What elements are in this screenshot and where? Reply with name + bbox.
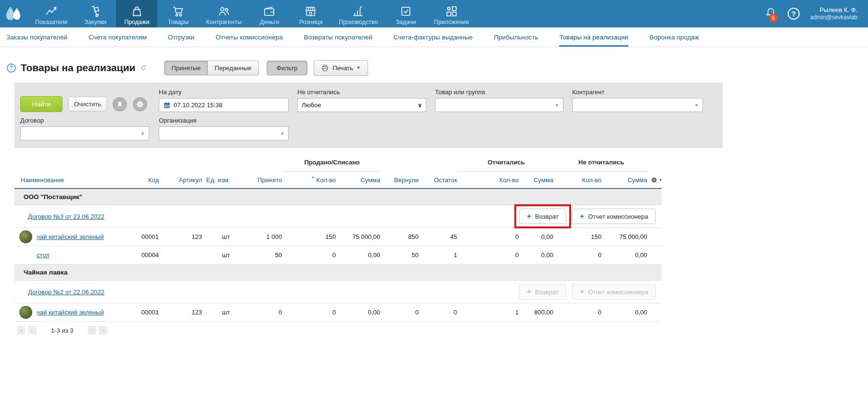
cell-8: 0 [458, 232, 520, 241]
group-header-sold: Продано/Списано [283, 159, 381, 172]
topnav-item-money[interactable]: Деньги [249, 0, 290, 27]
tasks-icon [399, 3, 412, 18]
return-button[interactable]: +Возврат [519, 284, 566, 300]
cell-4: 0 [283, 308, 337, 317]
topnav-item-label: Контрагенты [206, 19, 242, 25]
cell-7: 1 [420, 250, 458, 260]
table-column-header-row: НаименованиеКодАртикулЕд. изм.Принято▼Ко… [14, 172, 662, 189]
contract-link[interactable]: Договор №2 от 22.06.2022 [28, 288, 104, 296]
refresh-icon[interactable] [140, 64, 147, 73]
columns-settings-gear-icon[interactable]: ▼ [648, 177, 666, 183]
column-header-10[interactable]: Сумма [520, 172, 554, 188]
cell-3: 0 [231, 308, 283, 317]
print-caret-icon: ▼ [357, 65, 361, 70]
first-page-icon[interactable]: « [17, 326, 26, 335]
contract-combo[interactable]: ▼ [20, 126, 149, 140]
column-header-7[interactable]: Вернули [381, 172, 420, 188]
filter-button[interactable]: Фильтр [267, 61, 308, 75]
topnav-item-tasks[interactable]: Задачи [385, 0, 426, 27]
user-menu[interactable]: Рылеев К. Ф. admin@sevkavlab [810, 6, 857, 21]
topnav-item-purchases[interactable]: Закупки [75, 0, 116, 27]
column-header-0[interactable]: Наименование [14, 172, 124, 188]
column-header-4[interactable]: Принято [231, 172, 283, 188]
column-header-5[interactable]: ▼Кол-во [283, 172, 337, 188]
cell-2: шт [203, 232, 231, 241]
topnav-item-sales[interactable]: Продажи [116, 0, 157, 27]
print-button[interactable]: Печать ▼ [314, 60, 368, 76]
pagination: « ‹ 1-3 из 3 › » [17, 326, 868, 335]
last-page-icon[interactable]: » [99, 326, 107, 335]
subnav-item-8[interactable]: Воронка продаж [650, 27, 699, 47]
subnav-item-6[interactable]: Прибыльность [494, 27, 538, 47]
return-button[interactable]: +Возврат [519, 209, 566, 224]
subnav-item-2[interactable]: Отгрузки [168, 27, 194, 47]
topnav-item-label: Показатели [35, 19, 67, 25]
unreported-select[interactable]: Любое ∨ [297, 98, 426, 112]
column-header-12[interactable]: Сумма [602, 172, 648, 188]
user-name: Рылеев К. Ф. [810, 6, 857, 14]
column-header-2[interactable]: Артикул [160, 172, 203, 188]
cell-1: 123 [160, 232, 203, 241]
filter-settings-gear-icon[interactable] [133, 97, 147, 112]
column-header-8[interactable]: Остаток [420, 172, 458, 188]
goods-on-consignment-table: Продано/Списано Отчитались Не отчитались… [14, 159, 662, 322]
topnav-item-goods[interactable]: Товары [157, 0, 199, 27]
subnav-item-3[interactable]: Отчеты комиссионера [216, 27, 282, 47]
contract-actions: +Возврат+Отчет комиссионера [519, 284, 656, 300]
subnav-item-5[interactable]: Счета-фактуры выданные [394, 27, 473, 47]
product-name-cell: чай китайский зеленый [14, 229, 124, 244]
return-button-label: Возврат [535, 288, 559, 296]
subnav-item-7[interactable]: Товары на реализации [559, 27, 628, 47]
cell-2: шт [203, 308, 231, 317]
app-logo-icon[interactable] [0, 0, 28, 27]
subnav-item-4[interactable]: Возвраты покупателей [304, 27, 372, 47]
bookmark-icon[interactable] [113, 97, 127, 112]
column-header-6[interactable]: Сумма [337, 172, 381, 188]
sort-caret-icon: ▼ [311, 175, 315, 180]
product-link[interactable]: чай китайский зеленый [37, 309, 104, 316]
column-header-3[interactable]: Ед. изм. [203, 172, 231, 188]
plus-icon: + [527, 288, 531, 296]
topnav-item-label: Продажи [124, 19, 149, 25]
title-row: ? Товары на реализации Принятые Переданн… [7, 60, 868, 76]
date-input[interactable]: 07.10.2022 15:38 [159, 98, 289, 112]
find-button[interactable]: Найти [20, 96, 63, 112]
product-image [19, 306, 32, 319]
subnav-item-0[interactable]: Заказы покупателей [6, 27, 67, 47]
topnav-item-retail[interactable]: Розница [290, 0, 332, 27]
toggle-transferred-button[interactable]: Переданные [208, 61, 259, 75]
commission-report-button[interactable]: +Отчет комиссионера [572, 209, 656, 224]
topnav-item-partners[interactable]: Контрагенты [199, 0, 249, 27]
goods-icon [172, 3, 185, 18]
combo-arrow-icon: ▼ [694, 103, 699, 108]
contract-link[interactable]: Договор №3 от 23.06.2022 [28, 213, 104, 220]
topnav-items: ПоказателиЗакупкиПродажиТоварыКонтрагент… [28, 0, 476, 27]
notifications-bell-icon[interactable]: 5 [765, 7, 777, 21]
counterparty-combo[interactable]: ▼ [572, 98, 703, 112]
subnav-item-1[interactable]: Счета покупателям [89, 27, 147, 47]
select-value: Любое [302, 101, 321, 109]
organization-combo[interactable]: ▼ [159, 126, 289, 140]
cell-1: 123 [160, 308, 203, 317]
topnav-item-production[interactable]: Производство [332, 0, 385, 27]
product-link[interactable]: чай китайский зеленый [37, 233, 104, 240]
page-help-icon[interactable]: ? [7, 63, 16, 73]
column-header-11[interactable]: Кол-во [554, 172, 602, 188]
prev-page-icon[interactable]: ‹ [28, 326, 37, 335]
column-header-1[interactable]: Код [124, 172, 160, 188]
clear-button[interactable]: Очистить [68, 97, 107, 112]
cell-8: 1 [458, 308, 520, 317]
product-combo[interactable]: ▼ [435, 98, 563, 112]
product-link[interactable]: стол [37, 251, 50, 259]
contract-actions: +Возврат+Отчет комиссионера [519, 209, 656, 224]
next-page-icon[interactable]: › [88, 326, 96, 335]
notification-badge[interactable]: 5 [769, 13, 778, 23]
column-header-9[interactable]: Кол-во [458, 172, 520, 188]
help-icon[interactable]: ? [788, 8, 800, 20]
cell-5: 0,00 [337, 308, 381, 317]
commission-report-button[interactable]: +Отчет комиссионера [572, 284, 656, 300]
topnav-item-apps[interactable]: Приложения [426, 0, 476, 27]
toggle-accepted-button[interactable]: Принятые [164, 61, 208, 75]
topnav-item-chart[interactable]: Показатели [28, 0, 75, 27]
money-icon [263, 3, 276, 18]
